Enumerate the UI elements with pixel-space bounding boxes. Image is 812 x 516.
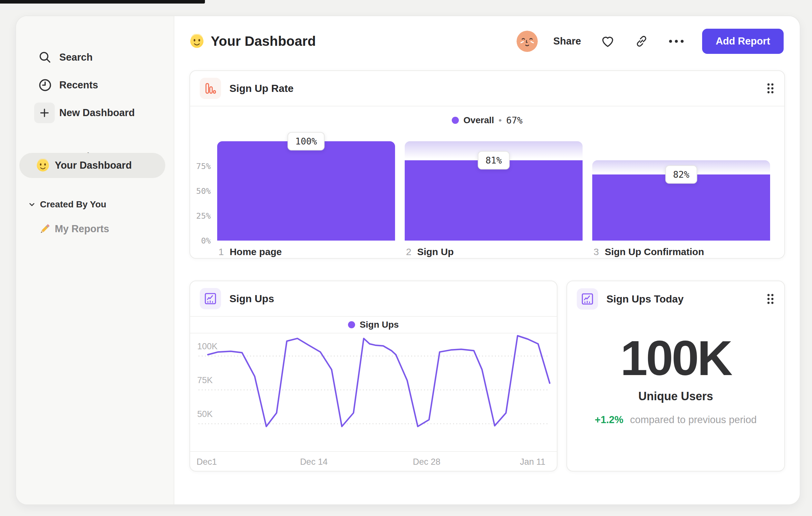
funnel-bar[interactable] — [217, 141, 395, 241]
share-button[interactable]: Share — [553, 35, 581, 47]
bar-value-tooltip: 81% — [478, 151, 510, 169]
legend-series-name: Sign Ups — [359, 320, 399, 330]
line-x-tick: Dec1 — [197, 457, 217, 467]
sidebar-item-label: Search — [59, 52, 92, 63]
line-x-tick: Jan 11 — [520, 457, 545, 467]
bar-chart-icon — [200, 78, 221, 99]
funnel-bar-column — [592, 141, 770, 241]
funnel-y-tick: 50% — [190, 186, 211, 196]
more-options-icon[interactable] — [668, 38, 685, 45]
funnel-y-tick: 75% — [190, 162, 211, 171]
card-title: Sign Ups — [229, 293, 274, 305]
copy-link-icon[interactable] — [634, 34, 649, 48]
line-legend: Sign Ups — [190, 317, 557, 333]
funnel-step-label: 3Sign Up Confirmation — [593, 246, 704, 257]
page-title: Your Dashboard — [211, 33, 316, 49]
legend-overall-value: 67% — [506, 115, 523, 126]
card-header: Sign Ups Today — [567, 281, 784, 317]
sidebar: Search Recents New Dashboard Your Favori… — [16, 16, 174, 505]
top-edge-strip — [0, 0, 205, 4]
funnel-bar[interactable] — [405, 160, 583, 241]
relieved-face-avatar[interactable] — [517, 31, 538, 52]
plus-icon — [34, 103, 55, 123]
sidebar-item-recents[interactable]: Recents — [16, 75, 174, 96]
line-chart-plot: 100K75K50K — [190, 333, 557, 451]
page-header: Your Dashboard Share Add Report — [190, 26, 784, 56]
line-x-tick: Dec 14 — [300, 457, 328, 467]
sidebar-item-new-dashboard[interactable]: New Dashboard — [16, 103, 174, 123]
header-actions: Share Add Report — [517, 29, 784, 54]
sidebar-item-search[interactable]: Search — [16, 47, 174, 68]
add-report-button[interactable]: Add Report — [702, 29, 784, 54]
sidebar-item-my-reports[interactable]: My Reports — [16, 220, 174, 238]
sign-up-rate-card: Sign Up Rate Overall • 67% 75%50%25%0% 1… — [190, 70, 785, 259]
sidebar-item-label: New Dashboard — [59, 107, 135, 119]
sign-ups-card: Sign Ups Sign Ups 100K75K50K Dec1Dec 14D… — [190, 280, 557, 471]
funnel-y-tick: 25% — [190, 211, 211, 221]
line-chart-svg — [190, 333, 557, 451]
clock-icon — [35, 75, 55, 96]
line-x-axis: Dec1Dec 14Dec 28Jan 11 — [190, 451, 557, 471]
search-icon — [35, 47, 55, 68]
funnel-step-label: 1Home page — [219, 246, 282, 257]
card-title: Sign Ups Today — [606, 293, 684, 305]
favorite-heart-icon[interactable] — [600, 34, 615, 49]
bar-value-tooltip: 82% — [665, 165, 697, 184]
section-label: Created By You — [40, 199, 106, 210]
chevron-down-icon — [28, 201, 35, 208]
kpi-delta-note: compared to previous period — [630, 414, 757, 425]
sidebar-item-label: My Reports — [55, 223, 109, 235]
legend-dot — [452, 117, 459, 124]
legend-series-name: Overall — [463, 115, 494, 126]
card-header: Sign Ups — [190, 281, 557, 317]
line-chart-icon — [577, 288, 598, 309]
drag-handle-icon[interactable] — [766, 293, 775, 305]
sidebar-item-your-dashboard-selected[interactable]: Your Dashboard — [19, 153, 165, 178]
funnel-chart: 75%50%25%0% 100%81%82% — [190, 141, 784, 241]
sidebar-item-label: Your Dashboard — [55, 160, 132, 171]
legend-dot — [348, 321, 355, 328]
kpi-metric-label: Unique Users — [567, 389, 784, 403]
line-x-tick: Dec 28 — [413, 457, 440, 467]
funnel-legend: Overall • 67% — [190, 106, 784, 132]
sign-ups-today-card: Sign Ups Today 100K Unique Users +1.2% c… — [567, 280, 785, 471]
bar-value-tooltip: 100% — [287, 132, 324, 151]
card-title: Sign Up Rate — [229, 83, 294, 94]
pencil-emoji — [38, 222, 52, 236]
funnel-step-labels: 1Home page2Sign Up3Sign Up Confirmation — [190, 241, 784, 258]
funnel-plot: 100%81%82% — [217, 141, 770, 241]
slightly-smiling-face-emoji — [36, 159, 50, 172]
kpi-delta: +1.2% — [595, 414, 624, 425]
created-section-header[interactable]: Created By You — [16, 197, 174, 212]
kpi-delta-row: +1.2% compared to previous period — [567, 414, 784, 426]
sidebar-item-label: Recents — [59, 79, 98, 91]
drag-handle-icon[interactable] — [766, 82, 775, 95]
sign-ups-line-series — [208, 336, 550, 426]
funnel-bar-column — [217, 141, 395, 241]
kpi-value: 100K — [567, 333, 784, 382]
card-header: Sign Up Rate — [190, 71, 784, 106]
slightly-smiling-face-emoji — [190, 34, 204, 49]
funnel-step-label: 2Sign Up — [406, 246, 454, 257]
funnel-bar[interactable] — [592, 174, 770, 241]
line-chart-icon — [200, 288, 221, 309]
